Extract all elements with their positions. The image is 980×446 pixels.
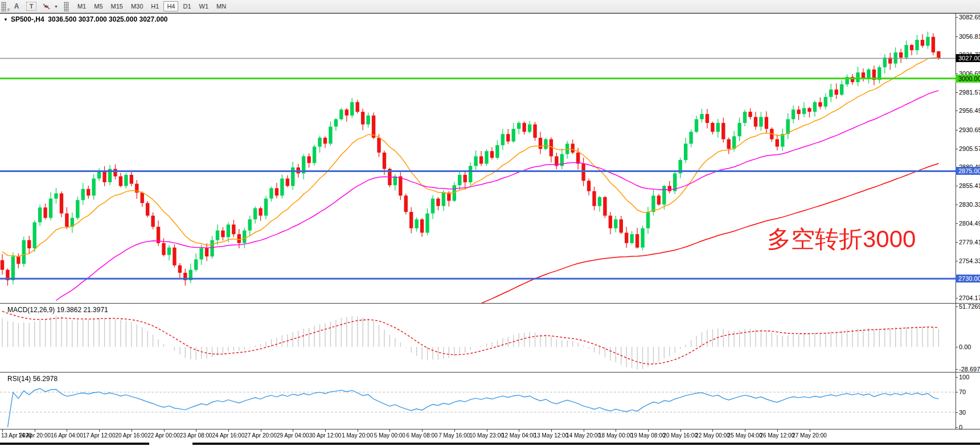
- timeframe-button-m1[interactable]: M1: [74, 1, 89, 11]
- timeframe-button-w1[interactable]: W1: [196, 1, 212, 11]
- price-axis-label: 2804.490: [959, 220, 980, 227]
- time-axis-tick: [196, 429, 196, 432]
- price-level-badge: 3000.000: [956, 75, 980, 83]
- price-axis-label: 2855.410: [959, 182, 980, 189]
- price-axis-label: 2830.330: [959, 201, 980, 208]
- chart-text-annotation: 多空转折3000: [767, 227, 916, 251]
- price-axis-tick: [956, 223, 958, 224]
- timeframe-button-m30[interactable]: M30: [128, 1, 146, 11]
- price-level-badge: 2730.000: [956, 275, 980, 283]
- arrow-dropdown-caret[interactable]: ▼: [54, 5, 58, 9]
- time-axis-tick: [67, 429, 67, 432]
- time-axis-label: 5 May 00:00: [374, 432, 405, 439]
- time-axis-label: 20 Apr 16:00: [115, 432, 147, 439]
- macd-panel-canvas[interactable]: [0, 304, 956, 372]
- mt4-window: F A T ▼ M1M5M15M30H1H4D1W1MN ▼SP500-,H4 …: [0, 0, 980, 446]
- price-axis-tick: [956, 204, 958, 205]
- scrollbar-thumb[interactable]: [149, 443, 192, 445]
- rsi-axis-label: 30: [959, 409, 966, 416]
- time-axis-label: 30 Apr 12:00: [309, 432, 342, 439]
- time-axis-label: 6 May 08:00: [407, 432, 438, 439]
- price-axis-label: 2779.410: [959, 239, 980, 245]
- time-axis-label: 23 Apr 08:00: [180, 432, 212, 439]
- price-axis-tick: [956, 298, 958, 298]
- rsi-panel-canvas[interactable]: [0, 373, 956, 429]
- time-axis-tick: [487, 429, 487, 432]
- time-axis-tick: [35, 429, 35, 432]
- macd-axis-tick: [956, 369, 958, 370]
- price-axis-tick: [956, 92, 958, 93]
- time-axis-label: 14 May 20:00: [566, 432, 601, 439]
- time-axis-tick: [584, 429, 584, 432]
- rsi-axis-label: 70: [959, 388, 966, 395]
- chart-title: ▼SP500-,H4 3036.500 3037.000 3025.000 30…: [3, 15, 168, 23]
- time-axis-label: 13 May 12:00: [534, 432, 569, 439]
- time-axis-label: 27 May 20:00: [792, 432, 827, 439]
- price-axis-tick: [956, 242, 958, 243]
- time-axis-tick: [551, 429, 552, 432]
- price-axis-tick: [956, 261, 958, 261]
- time-axis-tick: [325, 429, 326, 432]
- time-axis-tick: [358, 429, 358, 432]
- rsi-axis-tick: [956, 427, 958, 428]
- time-axis-tick: [680, 429, 681, 432]
- time-axis-tick: [2, 429, 3, 432]
- time-axis-label: 17 Apr 12:00: [83, 432, 116, 439]
- time-axis-label: 27 Apr 20:00: [244, 432, 277, 439]
- price-axis-tick: [956, 36, 958, 37]
- time-axis-tick: [745, 429, 745, 432]
- time-axis-tick: [389, 429, 390, 432]
- timeframe-drag-handle[interactable]: [64, 2, 69, 11]
- time-axis-tick: [261, 429, 261, 432]
- macd-axis-tick: [956, 347, 958, 347]
- rsi-axis-label: 0: [959, 424, 962, 431]
- timeframe-button-d1[interactable]: D1: [179, 1, 194, 11]
- time-axis-tick: [293, 429, 293, 432]
- price-chart-canvas[interactable]: [0, 14, 956, 303]
- toolbar-f-tag: F: [7, 7, 10, 13]
- price-level-badge: 2875.000: [956, 167, 980, 175]
- timeframe-toolbar: M1M5M15M30H1H4D1W1MN: [73, 1, 230, 11]
- price-axis-tick: [956, 130, 958, 130]
- macd-axis-label: -28.6976: [959, 366, 980, 373]
- time-axis-label: 19 May 08:00: [631, 432, 666, 439]
- macd-indicator-label: MACD(12,26,9) 19.3862 21.3971: [7, 306, 108, 314]
- time-axis-top-border: [0, 429, 980, 429]
- price-axis-label: 2981.570: [959, 89, 980, 96]
- horizontal-scrollbar[interactable]: [0, 443, 980, 445]
- time-axis-tick: [132, 429, 132, 432]
- symbol-dropdown-icon[interactable]: ▼: [3, 17, 8, 22]
- rsi-axis-label: 100: [959, 374, 969, 380]
- time-axis-label: 22 May 00:00: [695, 432, 730, 439]
- time-axis-tick: [777, 429, 778, 432]
- rsi-axis-tick: [956, 412, 958, 413]
- price-axis-tick: [956, 17, 958, 18]
- toolbar-drag-handle[interactable]: F: [1, 2, 6, 11]
- toolbar: F A T ▼ M1M5M15M30H1H4D1W1MN: [0, 0, 980, 13]
- timeframe-button-h4[interactable]: H4: [163, 1, 178, 11]
- price-axis-label: 3056.810: [959, 33, 980, 40]
- rsi-axis-tick: [956, 377, 958, 378]
- price-level-badge: 3027.000: [956, 54, 980, 62]
- timeframe-button-mn[interactable]: MN: [213, 1, 229, 11]
- arrows-glyph: [42, 3, 51, 10]
- macd-axis-label: 0.00: [959, 343, 971, 350]
- timeframe-button-m15[interactable]: M15: [108, 1, 126, 11]
- time-axis-tick: [810, 429, 810, 432]
- macd-axis-label: 51.7269: [959, 303, 980, 310]
- price-axis-label: 2754.330: [959, 257, 980, 264]
- rsi-axis-tick: [956, 392, 958, 392]
- arrow-objects-icon[interactable]: [40, 1, 52, 12]
- time-axis-label: 24 Apr 16:00: [212, 432, 245, 439]
- timeframe-button-m5[interactable]: M5: [91, 1, 106, 11]
- time-axis-tick: [99, 429, 100, 432]
- time-axis-tick: [454, 429, 455, 432]
- timeframe-button-h1[interactable]: H1: [147, 1, 162, 11]
- time-axis-tick: [648, 429, 649, 432]
- time-axis-label: 10 May 23:00: [469, 432, 504, 439]
- time-axis-label: 14 Apr 20:00: [18, 432, 51, 439]
- text-label-tool-icon[interactable]: T: [26, 2, 36, 11]
- time-axis-label: 7 May 16:00: [438, 432, 470, 439]
- font-tool-icon[interactable]: A: [10, 1, 23, 12]
- symbol-period-label: SP500-,H4: [11, 15, 44, 23]
